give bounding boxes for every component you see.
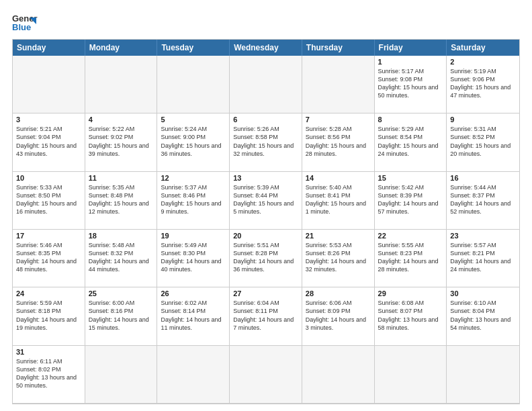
calendar-cell: 2Sunrise: 5:19 AM Sunset: 9:06 PM Daylig… (447, 56, 519, 113)
day-header-thursday: Thursday (302, 40, 375, 56)
day-number: 28 (306, 289, 371, 298)
day-number: 18 (89, 232, 154, 240)
calendar: SundayMondayTuesdayWednesdayThursdayFrid… (12, 39, 520, 404)
svg-text:Blue: Blue (12, 22, 31, 32)
day-number: 3 (16, 116, 81, 124)
calendar-cell: 19Sunrise: 5:49 AM Sunset: 8:30 PM Dayli… (157, 230, 230, 287)
calendar-cell: 26Sunrise: 6:02 AM Sunset: 8:14 PM Dayli… (157, 287, 230, 345)
cell-info: Sunrise: 6:04 AM Sunset: 8:11 PM Dayligh… (233, 299, 298, 332)
day-number: 30 (450, 289, 516, 298)
calendar-cell: 4Sunrise: 5:22 AM Sunset: 9:02 PM Daylig… (85, 113, 158, 171)
cell-info: Sunrise: 5:53 AM Sunset: 8:26 PM Dayligh… (306, 241, 371, 274)
cell-info: Sunrise: 5:28 AM Sunset: 8:56 PM Dayligh… (306, 125, 371, 158)
day-header-monday: Monday (85, 40, 158, 56)
calendar-cell: 21Sunrise: 5:53 AM Sunset: 8:26 PM Dayli… (302, 230, 375, 287)
cell-info: Sunrise: 6:00 AM Sunset: 8:16 PM Dayligh… (89, 299, 154, 332)
calendar-cell: 12Sunrise: 5:37 AM Sunset: 8:46 PM Dayli… (157, 172, 230, 230)
day-number: 7 (306, 116, 371, 124)
cell-info: Sunrise: 5:33 AM Sunset: 8:50 PM Dayligh… (16, 183, 81, 216)
calendar-grid: 1Sunrise: 5:17 AM Sunset: 9:08 PM Daylig… (13, 56, 519, 404)
day-number: 26 (161, 289, 226, 298)
calendar-cell (375, 346, 447, 404)
day-number: 14 (306, 174, 371, 182)
day-number: 20 (233, 232, 298, 240)
calendar-cell (85, 346, 158, 404)
calendar-cell: 25Sunrise: 6:00 AM Sunset: 8:16 PM Dayli… (85, 287, 158, 345)
calendar-cell: 28Sunrise: 6:06 AM Sunset: 8:09 PM Dayli… (302, 287, 375, 345)
day-number: 8 (378, 116, 443, 124)
calendar-cell: 17Sunrise: 5:46 AM Sunset: 8:35 PM Dayli… (13, 230, 85, 287)
cell-info: Sunrise: 5:24 AM Sunset: 9:00 PM Dayligh… (161, 125, 226, 158)
cell-info: Sunrise: 5:51 AM Sunset: 8:28 PM Dayligh… (233, 241, 298, 274)
cell-info: Sunrise: 5:22 AM Sunset: 9:02 PM Dayligh… (89, 125, 154, 158)
day-number: 1 (378, 58, 443, 66)
cell-info: Sunrise: 5:59 AM Sunset: 8:18 PM Dayligh… (16, 299, 81, 332)
calendar-cell: 20Sunrise: 5:51 AM Sunset: 8:28 PM Dayli… (230, 230, 302, 287)
day-number: 4 (89, 116, 154, 124)
calendar-cell: 9Sunrise: 5:31 AM Sunset: 8:52 PM Daylig… (447, 113, 519, 171)
calendar-cell: 30Sunrise: 6:10 AM Sunset: 8:04 PM Dayli… (447, 287, 519, 345)
calendar-cell (13, 56, 85, 113)
cell-info: Sunrise: 5:44 AM Sunset: 8:37 PM Dayligh… (450, 183, 516, 216)
day-number: 31 (16, 348, 81, 356)
cell-info: Sunrise: 5:29 AM Sunset: 8:54 PM Dayligh… (378, 125, 443, 158)
calendar-cell: 11Sunrise: 5:35 AM Sunset: 8:48 PM Dayli… (85, 172, 158, 230)
calendar-cell: 15Sunrise: 5:42 AM Sunset: 8:39 PM Dayli… (375, 172, 447, 230)
calendar-cell: 24Sunrise: 5:59 AM Sunset: 8:18 PM Dayli… (13, 287, 85, 345)
cell-info: Sunrise: 5:31 AM Sunset: 8:52 PM Dayligh… (450, 125, 516, 158)
cell-info: Sunrise: 5:39 AM Sunset: 8:44 PM Dayligh… (233, 183, 298, 216)
calendar-cell (230, 56, 302, 113)
calendar-cell: 3Sunrise: 5:21 AM Sunset: 9:04 PM Daylig… (13, 113, 85, 171)
day-number: 2 (450, 58, 516, 66)
page: General Blue SundayMondayTuesdayWednesda… (0, 0, 532, 411)
cell-info: Sunrise: 5:26 AM Sunset: 8:58 PM Dayligh… (233, 125, 298, 158)
day-number: 24 (16, 289, 81, 298)
cell-info: Sunrise: 5:19 AM Sunset: 9:06 PM Dayligh… (450, 67, 516, 100)
cell-info: Sunrise: 5:49 AM Sunset: 8:30 PM Dayligh… (161, 241, 226, 274)
calendar-cell: 7Sunrise: 5:28 AM Sunset: 8:56 PM Daylig… (302, 113, 375, 171)
day-number: 27 (233, 289, 298, 298)
cell-info: Sunrise: 5:55 AM Sunset: 8:23 PM Dayligh… (378, 241, 443, 274)
day-header-sunday: Sunday (13, 40, 85, 56)
day-headers: SundayMondayTuesdayWednesdayThursdayFrid… (13, 40, 519, 56)
calendar-cell: 6Sunrise: 5:26 AM Sunset: 8:58 PM Daylig… (230, 113, 302, 171)
day-header-wednesday: Wednesday (230, 40, 302, 56)
logo: General Blue (12, 12, 38, 35)
calendar-cell: 1Sunrise: 5:17 AM Sunset: 9:08 PM Daylig… (375, 56, 447, 113)
day-number: 5 (161, 116, 226, 124)
day-number: 6 (233, 116, 298, 124)
cell-info: Sunrise: 5:37 AM Sunset: 8:46 PM Dayligh… (161, 183, 226, 216)
day-header-tuesday: Tuesday (157, 40, 230, 56)
cell-info: Sunrise: 5:42 AM Sunset: 8:39 PM Dayligh… (378, 183, 443, 216)
cell-info: Sunrise: 6:08 AM Sunset: 8:07 PM Dayligh… (378, 299, 443, 332)
calendar-cell: 31Sunrise: 6:11 AM Sunset: 8:02 PM Dayli… (13, 346, 85, 404)
day-number: 19 (161, 232, 226, 240)
calendar-cell: 5Sunrise: 5:24 AM Sunset: 9:00 PM Daylig… (157, 113, 230, 171)
day-number: 10 (16, 174, 81, 182)
calendar-cell (447, 346, 519, 404)
calendar-cell: 23Sunrise: 5:57 AM Sunset: 8:21 PM Dayli… (447, 230, 519, 287)
day-number: 17 (16, 232, 81, 240)
calendar-cell: 16Sunrise: 5:44 AM Sunset: 8:37 PM Dayli… (447, 172, 519, 230)
cell-info: Sunrise: 6:06 AM Sunset: 8:09 PM Dayligh… (306, 299, 371, 332)
day-header-friday: Friday (375, 40, 447, 56)
day-number: 22 (378, 232, 443, 240)
day-number: 9 (450, 116, 516, 124)
logo-icon: General Blue (12, 12, 38, 35)
cell-info: Sunrise: 6:11 AM Sunset: 8:02 PM Dayligh… (16, 357, 81, 390)
calendar-cell: 22Sunrise: 5:55 AM Sunset: 8:23 PM Dayli… (375, 230, 447, 287)
calendar-cell: 14Sunrise: 5:40 AM Sunset: 8:41 PM Dayli… (302, 172, 375, 230)
calendar-cell: 29Sunrise: 6:08 AM Sunset: 8:07 PM Dayli… (375, 287, 447, 345)
cell-info: Sunrise: 5:40 AM Sunset: 8:41 PM Dayligh… (306, 183, 371, 216)
cell-info: Sunrise: 5:17 AM Sunset: 9:08 PM Dayligh… (378, 67, 443, 100)
cell-info: Sunrise: 5:21 AM Sunset: 9:04 PM Dayligh… (16, 125, 81, 158)
calendar-cell (85, 56, 158, 113)
day-header-saturday: Saturday (447, 40, 519, 56)
calendar-cell: 8Sunrise: 5:29 AM Sunset: 8:54 PM Daylig… (375, 113, 447, 171)
day-number: 11 (89, 174, 154, 182)
day-number: 15 (378, 174, 443, 182)
calendar-cell (302, 56, 375, 113)
cell-info: Sunrise: 5:35 AM Sunset: 8:48 PM Dayligh… (89, 183, 154, 216)
cell-info: Sunrise: 5:48 AM Sunset: 8:32 PM Dayligh… (89, 241, 154, 274)
calendar-cell: 10Sunrise: 5:33 AM Sunset: 8:50 PM Dayli… (13, 172, 85, 230)
